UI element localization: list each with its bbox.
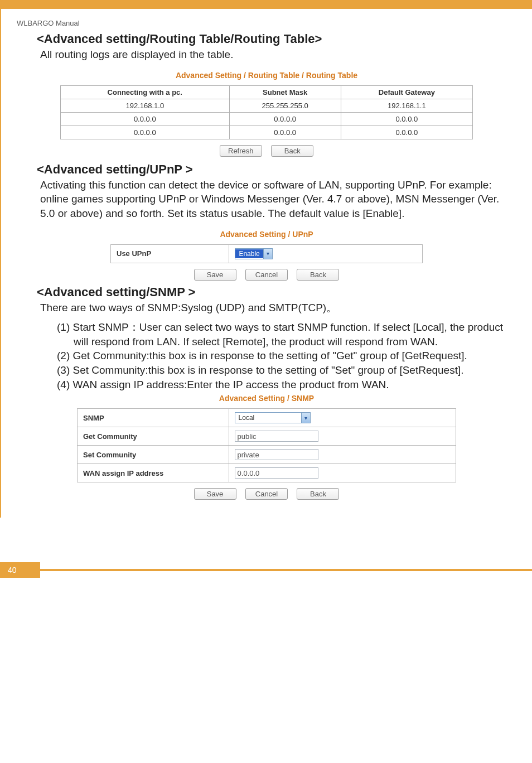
manual-label: WLBARGO Manual [17, 19, 516, 27]
footer-accent-bar [40, 569, 532, 571]
upnp-select-value: Enable [235, 249, 263, 258]
routing-desc: All routing logs are displayed in the ta… [40, 47, 516, 62]
back-button[interactable]: Back [297, 269, 339, 281]
top-accent-bar [0, 0, 532, 9]
routing-cell: 0.0.0.0 [229, 112, 341, 125]
snmp-item-1: (1) Start SNMP：User can select two ways … [57, 320, 516, 349]
cancel-button[interactable]: Cancel [245, 269, 288, 281]
routing-cell: 255.255.255.0 [229, 99, 341, 112]
routing-cell: 0.0.0.0 [341, 112, 472, 125]
upnp-value-cell: Enable ▾ [229, 244, 423, 263]
page-footer: 40 [0, 562, 532, 578]
routing-cell: 192.168.1.1 [341, 99, 472, 112]
page-number: 40 [0, 562, 40, 578]
upnp-breadcrumb: Advanced Setting / UPnP [17, 230, 516, 239]
back-button[interactable]: Back [271, 145, 313, 157]
snmp-row: Set Community [78, 446, 456, 464]
snmp-row-label: WAN assign IP address [78, 464, 229, 482]
upnp-heading: <Advanced setting/UPnP > [37, 162, 516, 177]
routing-breadcrumb: Advanced Setting / Routing Table / Routi… [17, 71, 516, 80]
routing-row: 0.0.0.0 0.0.0.0 0.0.0.0 [61, 125, 473, 139]
upnp-table-wrap: Use UPnP Enable ▾ Save Cancel Back [110, 244, 423, 281]
routing-heading: <Advanced setting/Routing Table/Routing … [37, 32, 516, 46]
snmp-row: WAN assign IP address [78, 464, 456, 482]
routing-header-row: Connecting with a pc. Subnet Mask Defaul… [61, 85, 473, 99]
snmp-row-label: Get Community [78, 427, 229, 446]
page-content: WLBARGO Manual <Advanced setting/Routing… [0, 9, 532, 518]
snmp-item-4: (4) WAN assign IP address:Enter the IP a… [57, 378, 516, 392]
snmp-select-value: Local [235, 413, 258, 422]
snmp-row: SNMP Local ▾ [78, 409, 456, 427]
upnp-buttons: Save Cancel Back [110, 269, 423, 281]
snmp-table: SNMP Local ▾ Get Community Set Community [77, 408, 456, 482]
snmp-row-value [229, 446, 456, 464]
snmp-select[interactable]: Local ▾ [235, 412, 311, 423]
routing-cell: 0.0.0.0 [61, 112, 230, 125]
back-button[interactable]: Back [297, 488, 339, 500]
snmp-heading: <Advanced setting/SNMP > [37, 285, 516, 300]
snmp-row-value [229, 427, 456, 446]
snmp-row-label: SNMP [78, 409, 229, 427]
upnp-desc: Activating this function can detect the … [40, 178, 516, 221]
chevron-down-icon: ▾ [301, 413, 310, 423]
chevron-down-icon: ▾ [263, 249, 272, 259]
save-button[interactable]: Save [194, 269, 236, 281]
set-community-input[interactable] [235, 449, 318, 460]
snmp-row: Get Community [78, 427, 456, 446]
snmp-row-value: Local ▾ [229, 409, 456, 427]
snmp-breadcrumb: Advanced Setting / SNMP [17, 394, 516, 403]
routing-th-2: Default Gateway [341, 85, 472, 99]
routing-buttons: Refresh Back [60, 145, 473, 157]
snmp-buttons: Save Cancel Back [77, 488, 456, 500]
routing-cell: 0.0.0.0 [61, 125, 230, 139]
snmp-row-label: Set Community [78, 446, 229, 464]
save-button[interactable]: Save [194, 488, 236, 500]
routing-th-1: Subnet Mask [229, 85, 341, 99]
wan-ip-input[interactable] [235, 467, 318, 479]
routing-th-0: Connecting with a pc. [61, 85, 230, 99]
snmp-item-3: (3) Set Community:this box is in respons… [57, 363, 516, 378]
routing-row: 0.0.0.0 0.0.0.0 0.0.0.0 [61, 112, 473, 125]
upnp-table: Use UPnP Enable ▾ [110, 244, 423, 263]
routing-table-wrap: Connecting with a pc. Subnet Mask Defaul… [60, 85, 473, 157]
upnp-select[interactable]: Enable ▾ [235, 248, 272, 259]
upnp-label: Use UPnP [111, 244, 229, 263]
upnp-row: Use UPnP Enable ▾ [111, 244, 423, 263]
routing-table: Connecting with a pc. Subnet Mask Defaul… [60, 85, 473, 139]
routing-row: 192.168.1.0 255.255.255.0 192.168.1.1 [61, 99, 473, 112]
snmp-list: (1) Start SNMP：User can select two ways … [17, 320, 516, 392]
snmp-item-2: (2) Get Community:this box is in respons… [57, 349, 516, 363]
routing-cell: 192.168.1.0 [61, 99, 230, 112]
snmp-table-wrap: SNMP Local ▾ Get Community Set Community [77, 408, 456, 500]
snmp-row-value [229, 464, 456, 482]
routing-cell: 0.0.0.0 [341, 125, 472, 139]
routing-cell: 0.0.0.0 [229, 125, 341, 139]
snmp-desc: There are two ways of SNMP:Syslog (UDP) … [40, 301, 516, 315]
refresh-button[interactable]: Refresh [220, 145, 262, 157]
cancel-button[interactable]: Cancel [245, 488, 288, 500]
get-community-input[interactable] [235, 431, 318, 442]
